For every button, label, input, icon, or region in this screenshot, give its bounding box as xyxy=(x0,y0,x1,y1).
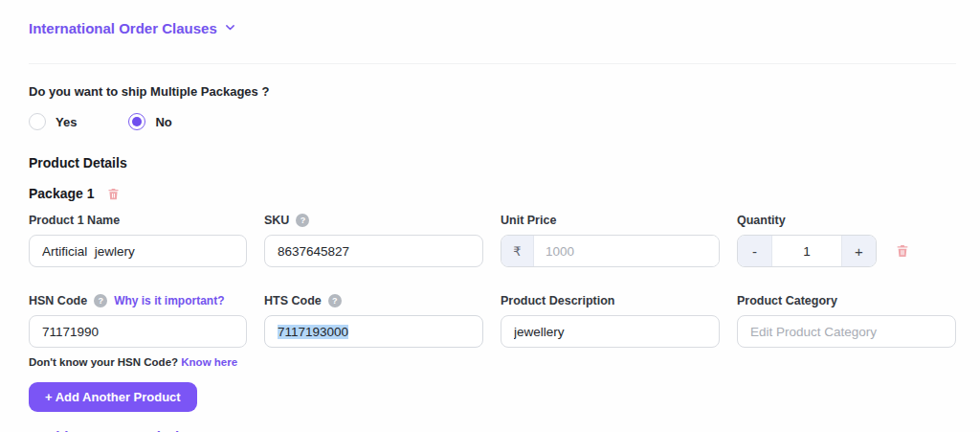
radio-yes-label: Yes xyxy=(56,115,77,129)
international-order-form: International Order Clauses Do you want … xyxy=(0,0,980,432)
hts-help-icon[interactable]: ? xyxy=(328,294,342,307)
unit-price-field: Unit Price ₹ xyxy=(501,213,720,267)
product-name-field: Product 1 Name xyxy=(29,213,247,267)
hsn-code-input[interactable] xyxy=(29,315,247,348)
product-name-input[interactable] xyxy=(29,235,247,267)
add-tax-rate-discount-toggle[interactable]: + Add Tax Rate and Discount xyxy=(29,428,241,432)
sku-input[interactable] xyxy=(264,235,483,267)
radio-option-no[interactable]: No xyxy=(128,113,171,130)
sku-field: SKU ? xyxy=(264,213,483,267)
product-category-field: Product Category xyxy=(737,293,956,368)
add-another-product-button[interactable]: + Add Another Product xyxy=(29,382,197,412)
unit-price-input[interactable] xyxy=(534,236,719,266)
sku-label: SKU xyxy=(264,214,289,227)
quantity-field: Quantity - 1 + xyxy=(737,213,956,267)
package-title: Package 1 xyxy=(29,186,95,201)
radio-no-circle[interactable] xyxy=(128,113,145,130)
sku-help-icon[interactable]: ? xyxy=(296,214,309,227)
tax-chevron-down-icon xyxy=(230,428,241,432)
multiple-packages-question: Do you want to ship Multiple Packages ? xyxy=(29,84,956,99)
international-order-clauses-toggle[interactable]: International Order Clauses xyxy=(29,19,236,36)
hts-code-label: HTS Code xyxy=(264,294,322,307)
quantity-decrement-button[interactable]: - xyxy=(738,236,772,266)
section-title: International Order Clauses xyxy=(29,20,217,36)
section-divider xyxy=(29,63,956,64)
quantity-increment-button[interactable]: + xyxy=(841,236,876,266)
delete-package-icon[interactable] xyxy=(106,187,121,201)
hsn-know-here-link[interactable]: Know here xyxy=(181,356,237,368)
chevron-down-icon xyxy=(224,19,236,36)
currency-rupee-icon: ₹ xyxy=(501,236,534,266)
quantity-value: 1 xyxy=(772,236,841,266)
quantity-label: Quantity xyxy=(737,214,786,227)
radio-option-yes[interactable]: Yes xyxy=(29,113,77,130)
multiple-packages-radio-group: Yes No xyxy=(29,113,956,130)
product-category-input[interactable] xyxy=(737,315,956,348)
product-details-heading: Product Details xyxy=(29,155,956,171)
hsn-why-important-link[interactable]: Why is it important? xyxy=(114,294,224,307)
delete-product-icon[interactable] xyxy=(895,243,910,259)
product-description-label: Product Description xyxy=(501,294,614,307)
quantity-stepper: - 1 + xyxy=(737,235,877,267)
hts-code-input[interactable]: 7117193000 xyxy=(264,315,483,348)
hsn-hint-text: Don't know your HSN Code? xyxy=(29,356,178,368)
radio-no-label: No xyxy=(155,115,171,129)
hts-code-selected-value: 7117193000 xyxy=(278,325,348,339)
product-category-label: Product Category xyxy=(737,294,837,307)
hsn-code-label: HSN Code xyxy=(29,294,87,307)
product-description-field: Product Description xyxy=(501,293,720,368)
hts-code-field: HTS Code ? 7117193000 xyxy=(264,293,483,368)
product-description-input[interactable] xyxy=(501,315,720,348)
hsn-code-field: HSN Code ? Why is it important? Don't kn… xyxy=(29,293,247,368)
unit-price-label: Unit Price xyxy=(501,214,556,227)
add-tax-rate-discount-label: + Add Tax Rate and Discount xyxy=(29,428,226,432)
hsn-help-icon[interactable]: ? xyxy=(94,294,107,307)
radio-yes-circle[interactable] xyxy=(29,113,46,130)
product-name-label: Product 1 Name xyxy=(29,214,120,227)
